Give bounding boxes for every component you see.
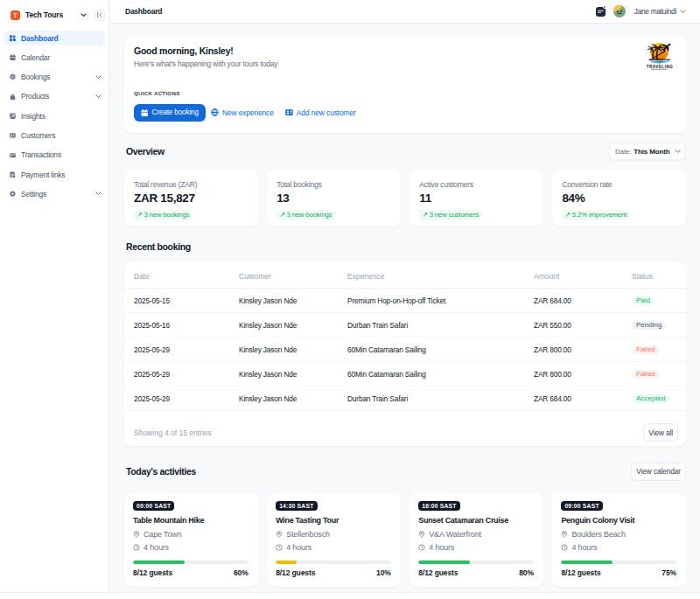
svg-text:TRAVELING: TRAVELING xyxy=(647,64,673,68)
